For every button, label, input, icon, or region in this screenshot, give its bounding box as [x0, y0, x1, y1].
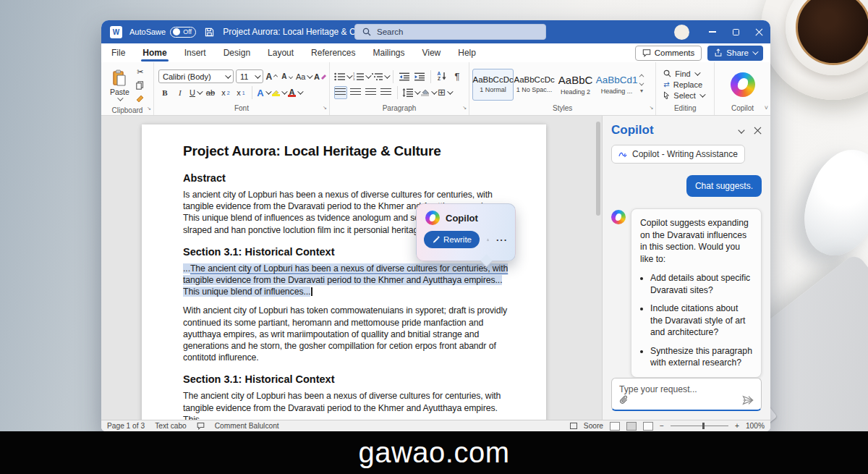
- tab-view[interactable]: View: [422, 43, 441, 62]
- shading-button[interactable]: [421, 86, 435, 99]
- bold-button[interactable]: B: [158, 86, 171, 99]
- font-size-select[interactable]: 11: [236, 69, 263, 83]
- autosave-control[interactable]: AutoSawe Off: [129, 27, 196, 38]
- maximize-button[interactable]: [724, 20, 747, 43]
- paste-button[interactable]: Paste: [106, 69, 134, 101]
- copilot-request-input[interactable]: [619, 384, 754, 394]
- zoom-slider-thumb[interactable]: [702, 423, 705, 429]
- format-painter-button[interactable]: [134, 93, 147, 106]
- gallery-expand-icon[interactable]: ▾: [640, 88, 643, 94]
- highlight-button[interactable]: [272, 86, 286, 99]
- dialog-launcher-icon[interactable]: ↘: [462, 103, 467, 113]
- copy-button[interactable]: [134, 79, 147, 92]
- select-button[interactable]: Select: [663, 91, 704, 100]
- tab-design[interactable]: Design: [224, 43, 250, 62]
- collapse-panel-icon[interactable]: [738, 127, 744, 133]
- vertical-scrollbar[interactable]: [596, 122, 600, 216]
- dialog-launcher-icon[interactable]: ↘: [323, 103, 327, 113]
- clear-formatting-button[interactable]: A: [313, 70, 326, 83]
- underline-button[interactable]: U: [189, 86, 202, 99]
- more-options-button[interactable]: ···: [496, 234, 508, 245]
- comments-button[interactable]: Comments: [635, 46, 702, 61]
- tab-insert[interactable]: Insert: [184, 43, 206, 62]
- style-no-spacing[interactable]: AaBbCcDc 1 No Spac...: [514, 69, 555, 101]
- share-button[interactable]: Share: [707, 46, 763, 61]
- superscript-button[interactable]: x1: [234, 86, 247, 99]
- cut-button[interactable]: ✂: [134, 65, 147, 78]
- sort-button[interactable]: AZ: [435, 70, 448, 83]
- find-button[interactable]: Find: [663, 69, 704, 78]
- style-heading[interactable]: AaBbCd1 Heading ...: [596, 69, 637, 101]
- minimize-button[interactable]: [701, 20, 724, 43]
- computer-mouse: [792, 140, 868, 266]
- suggestion-item[interactable]: Add details about specific Dvaravati sit…: [650, 272, 752, 296]
- decrease-indent-button[interactable]: [398, 70, 411, 83]
- close-panel-icon[interactable]: [754, 127, 762, 135]
- close-button[interactable]: [747, 20, 770, 43]
- copilot-group: Copilot˅: [715, 62, 770, 115]
- justify-button[interactable]: [380, 86, 393, 99]
- subscript-button[interactable]: x2: [219, 86, 232, 99]
- align-left-button[interactable]: [334, 86, 347, 99]
- rewrite-button[interactable]: Rewrite: [424, 231, 480, 248]
- tab-references[interactable]: References: [311, 43, 355, 62]
- strikethrough-button[interactable]: ab: [204, 86, 217, 99]
- align-right-button[interactable]: [365, 86, 378, 99]
- copilot-mode-pill[interactable]: Copilot - Writing Assistance: [611, 145, 745, 164]
- show-formatting-button[interactable]: ¶: [451, 70, 464, 83]
- zoom-level[interactable]: 100%: [746, 422, 765, 430]
- shrink-font-button[interactable]: A: [281, 70, 294, 83]
- italic-button[interactable]: I: [174, 86, 187, 99]
- autosave-toggle[interactable]: Off: [170, 27, 196, 38]
- document-page[interactable]: Project Aurora: Local Heritage & Culture…: [142, 124, 546, 420]
- bullet-list-button[interactable]: [334, 70, 351, 83]
- copilot-logo-icon[interactable]: [731, 72, 755, 97]
- copilot-input-box[interactable]: [611, 378, 762, 412]
- print-layout-button[interactable]: [626, 422, 637, 431]
- page-indicator[interactable]: Page 1 of 3: [107, 422, 145, 430]
- font-color-button[interactable]: A: [288, 86, 302, 99]
- gallery-down-icon[interactable]: [639, 81, 644, 86]
- grow-font-button[interactable]: A: [265, 70, 278, 83]
- style-normal[interactable]: AaBbCcDc 1 Normal: [472, 69, 514, 101]
- multilevel-list-button[interactable]: [372, 70, 388, 83]
- zoom-in-button[interactable]: +: [735, 422, 739, 430]
- justify-icon: [380, 88, 391, 96]
- dialog-launcher-icon[interactable]: ↘: [147, 103, 151, 114]
- font-name-select[interactable]: Calibri (Body): [158, 69, 234, 83]
- search-box[interactable]: Search: [354, 24, 546, 40]
- save-icon[interactable]: [205, 27, 214, 37]
- line-spacing-button[interactable]: [402, 86, 419, 99]
- style-heading2[interactable]: AaBbC Heading 2: [555, 69, 596, 101]
- replace-button[interactable]: ⇄ Replace: [663, 80, 704, 89]
- chat-suggestion-bubble[interactable]: Chat suggests.: [686, 175, 762, 197]
- chevron-down-icon[interactable]: ˅: [765, 103, 768, 113]
- change-case-button[interactable]: Aa: [296, 70, 311, 83]
- borders-button[interactable]: ⊞: [438, 86, 451, 99]
- tab-mailings[interactable]: Mailings: [373, 43, 404, 62]
- text-predictions-indicator[interactable]: Text cabo: [155, 422, 187, 430]
- web-layout-button[interactable]: [643, 422, 653, 431]
- gallery-up-icon[interactable]: [639, 75, 644, 80]
- suggestion-item[interactable]: Synthesize this paragraph with external …: [650, 345, 752, 369]
- text-effects-button[interactable]: A: [257, 86, 270, 99]
- send-icon[interactable]: [742, 395, 754, 405]
- comment-indicator[interactable]: Comment Balulcont: [215, 422, 279, 430]
- focus-toggle[interactable]: Soore: [584, 422, 603, 430]
- increase-indent-button[interactable]: [413, 70, 426, 83]
- suggestion-item[interactable]: Include citations about the Dvaravati st…: [650, 302, 752, 339]
- read-mode-button[interactable]: [610, 422, 620, 431]
- share-icon[interactable]: [487, 235, 489, 245]
- tab-layout[interactable]: Layout: [268, 43, 294, 62]
- align-center-button[interactable]: [349, 86, 362, 99]
- zoom-out-button[interactable]: −: [660, 422, 664, 430]
- tab-home[interactable]: Home: [142, 43, 166, 62]
- account-avatar[interactable]: [674, 25, 689, 40]
- numbered-list-button[interactable]: 123: [353, 70, 370, 83]
- document-canvas[interactable]: Project Aurora: Local Heritage & Culture…: [101, 116, 602, 420]
- tab-help[interactable]: Help: [458, 43, 476, 62]
- tab-file[interactable]: File: [111, 43, 125, 62]
- dialog-launcher-icon[interactable]: ↘: [649, 103, 653, 113]
- zoom-slider[interactable]: [671, 426, 728, 426]
- attach-icon[interactable]: [619, 395, 629, 405]
